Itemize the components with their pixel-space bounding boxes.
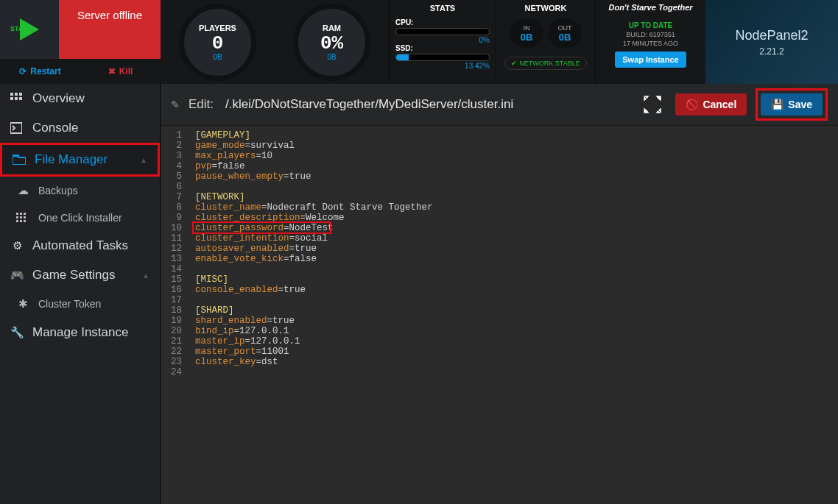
code-line[interactable]: [SHARD] — [195, 305, 433, 316]
svg-rect-12 — [24, 216, 26, 219]
top-strip: START Server offline ⟳ Restart ✖ Kill PL… — [0, 0, 838, 84]
edit-label: Edit: — [189, 97, 214, 112]
sidebar-item-label: File Manager — [35, 152, 108, 167]
sidebar-item-label: One Click Installer — [38, 212, 122, 224]
editor-header: ✎ Edit: /.klei/DoNotStarveTogether/MyDed… — [161, 84, 838, 125]
svg-rect-8 — [20, 213, 22, 215]
code-line[interactable]: pvp=false — [195, 161, 433, 171]
code-body[interactable]: [GAMEPLAY]game_mode=survivalmax_players=… — [188, 126, 440, 504]
sidebar-item-label: Overview — [32, 91, 85, 106]
players-gauge-value: 0 — [212, 32, 224, 54]
swap-instance-button[interactable]: Swap Instance — [615, 52, 686, 68]
sidebar-item-cluster-token[interactable]: ✱ Cluster Token — [0, 290, 160, 318]
code-line[interactable] — [195, 182, 433, 192]
ram-gauge-label: RAM — [323, 24, 341, 32]
network-in: IN 0B — [510, 18, 543, 48]
code-line[interactable]: enable_vote_kick=false — [195, 254, 433, 264]
fullscreen-icon[interactable] — [643, 95, 662, 114]
game-title: Don't Starve Together — [608, 3, 692, 12]
svg-rect-4 — [15, 97, 18, 100]
server-status-text: Server offline — [77, 9, 142, 21]
sidebar-item-console[interactable]: Console — [0, 113, 160, 143]
code-line[interactable]: cluster_description=Welcome — [195, 213, 433, 223]
code-line[interactable]: bind_ip=127.0.0.1 — [195, 326, 433, 336]
start-label: START — [10, 25, 32, 32]
code-line[interactable]: cluster_intention=social — [195, 233, 433, 244]
save-icon: 💾 — [771, 99, 784, 110]
svg-rect-0 — [10, 93, 13, 96]
ssd-label: SSD: — [395, 44, 490, 52]
players-gauge: PLAYERS 0 0B — [179, 4, 256, 81]
wrench-icon: 🔧 — [10, 326, 24, 339]
network-out-value: 0B — [559, 32, 571, 43]
ram-gauge: RAM 0% 0B — [293, 4, 370, 81]
players-gauge-sub: 0B — [213, 53, 222, 61]
brand-cell: NodePanel2 2.21.2 — [705, 0, 838, 84]
svg-rect-7 — [16, 213, 18, 215]
code-line[interactable] — [195, 264, 433, 274]
code-line[interactable] — [195, 367, 433, 377]
code-line[interactable]: max_players=10 — [195, 151, 433, 161]
sidebar-item-one-click-installer[interactable]: One Click Installer — [0, 205, 160, 231]
code-line[interactable]: master_port=11001 — [195, 347, 433, 357]
sidebar-item-backups[interactable]: ☁ Backups — [0, 177, 160, 205]
code-line[interactable]: pause_when_empty=true — [195, 171, 433, 182]
code-line[interactable]: shard_enabled=true — [195, 316, 433, 326]
brand-version: 2.21.2 — [759, 46, 784, 57]
sidebar-item-automated-tasks[interactable]: ⚙ Automated Tasks — [0, 231, 160, 260]
main-row: Overview Console File Manager ▲ ☁ Backup… — [0, 84, 838, 504]
ssd-bar — [395, 54, 490, 61]
token-icon: ✱ — [16, 297, 29, 310]
players-gauge-label: PLAYERS — [199, 24, 236, 32]
network-stable-text: NETWORK STABLE — [519, 60, 580, 67]
network-out-label: OUT — [558, 24, 572, 32]
sidebar-item-label: Cluster Token — [38, 298, 101, 310]
code-line[interactable]: [NETWORK] — [195, 192, 433, 202]
sidebar-item-file-manager[interactable]: File Manager ▲ — [0, 143, 160, 177]
save-button[interactable]: 💾 Save — [761, 93, 823, 116]
sidebar-item-label: Manage Instance — [32, 325, 128, 340]
sidebar-item-game-settings[interactable]: 🎮 Game Settings ▲ — [0, 260, 160, 290]
code-line[interactable]: autosaver_enabled=true — [195, 244, 433, 254]
top-left-column: START Server offline ⟳ Restart ✖ Kill — [0, 0, 161, 84]
gears-icon: ⚙ — [10, 239, 24, 252]
restart-button[interactable]: ⟳ Restart — [0, 59, 80, 84]
stats-title: STATS — [395, 4, 490, 13]
sidebar-item-overview[interactable]: Overview — [0, 84, 160, 113]
code-line[interactable]: cluster_name=Nodecraft Dont Starve Toget… — [195, 202, 433, 213]
cloud-icon: ☁ — [16, 184, 29, 197]
chevron-up-icon: ▲ — [142, 271, 149, 280]
code-line[interactable]: cluster_key=dst — [195, 357, 433, 367]
brand-title: NodePanel2 — [735, 28, 808, 43]
kill-label: Kill — [119, 66, 133, 77]
svg-rect-5 — [19, 97, 22, 100]
code-line[interactable]: game_mode=survival — [195, 141, 433, 151]
ram-gauge-sub: 0B — [327, 53, 336, 61]
sidebar-item-label: Console — [32, 121, 78, 135]
svg-rect-10 — [16, 216, 18, 219]
chevron-up-icon: ▲ — [140, 156, 147, 164]
code-line[interactable]: console_enabled=true — [195, 285, 433, 295]
start-button[interactable]: START — [0, 0, 59, 59]
svg-rect-2 — [19, 93, 22, 96]
gamepad-icon: 🎮 — [10, 269, 24, 282]
grid-icon — [10, 93, 24, 104]
ssd-value: 13.42% — [395, 62, 490, 70]
grid-small-icon — [16, 213, 29, 223]
code-line[interactable]: master_ip=127.0.0.1 — [195, 336, 433, 347]
svg-rect-15 — [24, 220, 26, 222]
code-line[interactable]: [MISC] — [195, 274, 433, 285]
players-gauge-cell: PLAYERS 0 0B — [161, 0, 275, 84]
restart-icon: ⟳ — [19, 66, 27, 77]
sidebar-item-manage-instance[interactable]: 🔧 Manage Instance — [0, 318, 160, 347]
code-line[interactable] — [195, 295, 433, 305]
line-number-gutter: 1 2 3 4 5 6 7 8 9 10 11 12 13 14 15 16 1… — [161, 126, 188, 504]
code-line[interactable]: [GAMEPLAY] — [195, 130, 433, 141]
ram-gauge-cell: RAM 0% 0B — [275, 0, 389, 84]
svg-rect-11 — [20, 216, 22, 219]
code-editor[interactable]: 1 2 3 4 5 6 7 8 9 10 11 12 13 14 15 16 1… — [161, 125, 838, 504]
cancel-button[interactable]: 🚫 Cancel — [675, 93, 747, 116]
cpu-label: CPU: — [395, 18, 490, 26]
kill-button[interactable]: ✖ Kill — [80, 59, 161, 84]
code-line[interactable]: cluster_password=NodeTest — [195, 223, 433, 233]
